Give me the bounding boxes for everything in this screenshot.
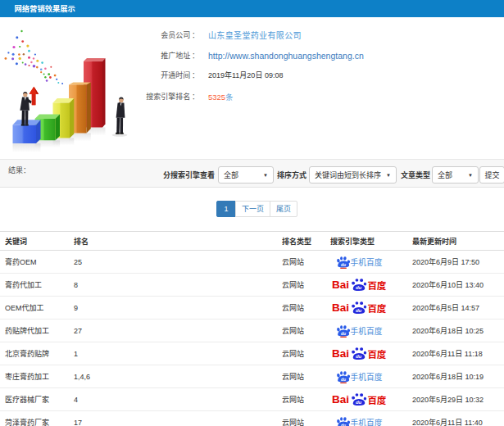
svg-text:du: du xyxy=(341,423,346,426)
svg-text:du: du xyxy=(341,331,346,336)
svg-text:du: du xyxy=(355,308,361,313)
svg-text:du: du xyxy=(341,377,346,382)
svg-text:du: du xyxy=(355,354,361,359)
svg-text:du: du xyxy=(355,285,361,290)
svg-text:du: du xyxy=(341,262,346,267)
svg-text:du: du xyxy=(355,400,361,405)
